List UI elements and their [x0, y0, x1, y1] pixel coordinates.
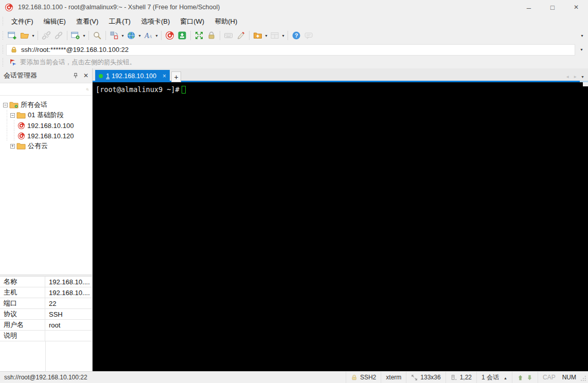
tree-label: 192.168.10.100	[27, 122, 74, 130]
toolbar-separator	[161, 31, 162, 40]
addressbar-grip[interactable]	[2, 45, 4, 54]
broken-chain-icon	[42, 31, 51, 40]
new-session-folder-button[interactable]	[252, 30, 264, 42]
status-scroll-arrows	[512, 372, 538, 383]
status-terminal-type: xterm	[381, 372, 406, 383]
resize-grip[interactable]	[581, 372, 588, 383]
highlight-button[interactable]	[235, 30, 247, 42]
font-caret[interactable]	[154, 33, 159, 38]
info-message: 要添加当前会话，点击左侧的箭头按钮。	[20, 58, 136, 67]
tree-item-folder-basic[interactable]: 01 基础阶段	[0, 110, 92, 120]
open-folder-icon	[20, 31, 29, 40]
session-properties-caret[interactable]	[82, 33, 86, 38]
find-button[interactable]	[91, 30, 103, 42]
feedback-button	[302, 30, 315, 42]
svg-text:?: ?	[295, 32, 298, 39]
open-session-button[interactable]	[19, 30, 31, 42]
session-manager-header: 会话管理器	[0, 68, 92, 83]
close-button[interactable]	[564, 0, 588, 14]
tile-windows-icon	[110, 31, 119, 40]
xshell-button[interactable]	[164, 30, 176, 42]
status-cursor-position-text: 1,22	[460, 374, 472, 381]
toolbar-separator	[88, 31, 89, 40]
tab-nav-controls	[565, 72, 584, 80]
table-row: 说明	[0, 331, 92, 341]
menu-tools[interactable]: 工具(T)	[103, 15, 136, 28]
expander-plus-icon[interactable]	[10, 144, 15, 149]
folder-icon	[16, 142, 26, 150]
menu-tab[interactable]: 选项卡(B)	[136, 15, 175, 28]
toolbar: AA ?	[0, 28, 588, 43]
title-bar: 192.168.10.100 - root@almalinux9:~ - Xsh…	[0, 0, 588, 14]
session-list-caret-icon[interactable]	[502, 374, 507, 381]
prop-label: 协议	[0, 309, 45, 319]
xftp-button[interactable]	[176, 30, 188, 42]
menu-file[interactable]: 文件(F)	[6, 15, 39, 28]
expander-minus-icon[interactable]	[3, 103, 8, 107]
open-session-caret[interactable]	[31, 33, 35, 38]
status-connection: ssh://root@192.168.10.100:22	[0, 372, 346, 383]
tree-item-folder-cloud[interactable]: 公有云	[0, 141, 92, 151]
new-session-folder-caret[interactable]	[264, 33, 269, 38]
menu-window[interactable]: 窗口(W)	[175, 15, 209, 28]
terminal-scrollbar[interactable]	[583, 82, 588, 86]
new-session-button[interactable]	[6, 30, 19, 42]
expander-minus-icon[interactable]	[10, 113, 15, 118]
maximize-button[interactable]	[541, 0, 564, 14]
tile-layout-caret[interactable]	[120, 33, 125, 38]
status-keyboard-locks: CAP NUM	[538, 372, 581, 383]
session-properties-button[interactable]	[69, 30, 82, 42]
tab-active-session[interactable]: 1 192.168.10.100	[95, 70, 170, 82]
terminal-prompt: [root@almalinux9 ~]#	[96, 85, 180, 94]
lock-screen-button[interactable]	[205, 30, 218, 42]
pin-icon[interactable]	[73, 72, 79, 79]
status-lock-icon	[351, 374, 358, 381]
tree-item-all-sessions[interactable]: 所有会话	[0, 100, 92, 110]
address-input[interactable]: ssh://root:******@192.168.10.100:22	[6, 44, 575, 56]
prop-value: 22	[45, 298, 92, 308]
tab-label: 192.168.10.100	[112, 72, 156, 80]
tile-layout-button[interactable]	[108, 30, 120, 42]
tree-item-session-120[interactable]: 192.168.10.120	[0, 131, 92, 141]
terminal-screen[interactable]: [root@almalinux9 ~]#	[93, 82, 588, 371]
new-tab-button[interactable]	[171, 71, 181, 82]
menu-help[interactable]: 帮助(H)	[209, 15, 242, 28]
fullscreen-button[interactable]	[193, 30, 205, 42]
session-search-input[interactable]	[0, 83, 86, 95]
status-session-count[interactable]: 1 会话	[476, 372, 512, 383]
address-bar: ssh://root:******@192.168.10.100:22	[0, 43, 588, 57]
tree-item-session-100[interactable]: 192.168.10.100	[0, 120, 92, 131]
table-row: 端口 22	[0, 298, 92, 309]
table-row: 用户名 root	[0, 320, 92, 331]
web-browser-caret[interactable]	[137, 33, 142, 38]
menu-view[interactable]: 查看(V)	[71, 15, 103, 28]
toolbar-separator	[38, 31, 38, 40]
scroll-down-icon[interactable]	[526, 374, 533, 381]
disconnect-button	[40, 30, 52, 42]
tab-list-caret-icon[interactable]	[581, 72, 584, 80]
prop-label: 名称	[0, 277, 45, 287]
menu-edit[interactable]: 编辑(E)	[39, 15, 71, 28]
address-history-caret[interactable]	[579, 47, 584, 52]
status-cursor-position: 1,22	[446, 372, 476, 383]
infobar-grip[interactable]	[2, 58, 4, 67]
toolbar-overflow-caret[interactable]	[580, 33, 584, 38]
tab-scroll-left-icon[interactable]	[565, 72, 569, 80]
svg-text:A: A	[149, 34, 152, 39]
prop-label: 说明	[0, 331, 45, 341]
tab-close-icon[interactable]	[163, 72, 166, 80]
minimize-button[interactable]	[517, 0, 541, 14]
help-button[interactable]: ?	[290, 30, 302, 42]
tab-scroll-right-icon[interactable]	[573, 72, 577, 80]
scroll-up-icon[interactable]	[517, 374, 524, 381]
web-browser-button[interactable]	[125, 30, 137, 42]
menubar-grip[interactable]	[2, 17, 4, 26]
toolbar-grip[interactable]	[2, 31, 4, 40]
tab-bar: 1 192.168.10.100	[93, 68, 588, 82]
pane-layout-caret[interactable]	[281, 33, 286, 38]
prop-label: 用户名	[0, 320, 45, 330]
folder-plus-icon	[253, 31, 262, 40]
panel-close-icon[interactable]	[83, 72, 88, 79]
search-icon[interactable]	[86, 86, 89, 93]
font-button[interactable]: AA	[142, 30, 154, 42]
